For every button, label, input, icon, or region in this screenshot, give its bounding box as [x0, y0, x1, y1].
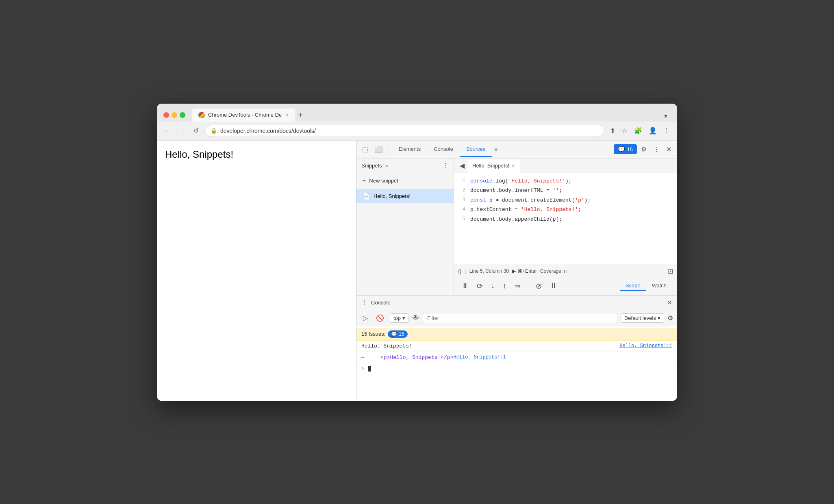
extensions-button[interactable]: 🧩	[632, 125, 645, 136]
editor-tab-title: Hello, Snippets!	[472, 163, 509, 169]
live-expressions-button[interactable]: 👁	[412, 314, 419, 322]
execute-script-button[interactable]: ▷	[361, 313, 370, 324]
issues-icon: 💬	[618, 146, 625, 152]
nav-actions: ⬆ ☆ 🧩 👤 ⋮	[608, 125, 672, 136]
console-title: Console	[371, 300, 391, 306]
tab-sources[interactable]: Sources	[460, 142, 492, 157]
tab-close-button[interactable]: ×	[285, 112, 288, 118]
lock-icon: 🔒	[211, 128, 217, 134]
editor-tab-close-button[interactable]: ×	[512, 163, 515, 169]
format-code-button[interactable]: {}	[458, 268, 462, 274]
console-filter-input[interactable]	[423, 313, 617, 323]
forward-button[interactable]: →	[176, 126, 188, 136]
tab-title: Chrome DevTools - Chrome De	[208, 112, 282, 118]
back-button[interactable]: ←	[162, 126, 173, 136]
menu-button[interactable]: ⋮	[661, 125, 672, 136]
watch-tab[interactable]: Watch	[646, 281, 672, 291]
page-heading: Hello, Snippets!	[165, 149, 233, 160]
pause-button[interactable]: ⏸	[459, 280, 471, 292]
tab-console[interactable]: Console	[427, 142, 460, 157]
reload-button[interactable]: ↺	[191, 125, 201, 136]
editor-tab[interactable]: Hello, Snippets! ×	[467, 159, 520, 173]
tab-dropdown-icon[interactable]: ▾	[661, 111, 671, 122]
new-tab-button[interactable]: +	[295, 109, 306, 122]
issues-bar: 15 Issues: 💬 15	[356, 328, 677, 341]
console-close-button[interactable]: ✕	[667, 299, 672, 306]
bookmark-button[interactable]: ☆	[619, 125, 630, 136]
issues-count-badge[interactable]: 💬 15	[388, 330, 407, 338]
console-header: ⋮ Console ✕	[356, 295, 677, 310]
console-body: 15 Issues: 💬 15 Hello, Snippets! Hello, …	[356, 326, 677, 401]
log-levels-button[interactable]: Default levels ▾	[621, 313, 664, 323]
scope-tab[interactable]: Scope	[620, 281, 646, 291]
context-arrow-icon: ▾	[402, 315, 405, 321]
debugger-toolbar: ⏸ ⟳ ↓ ↑ ⇒ ⊘ ⏸ Scope Watch	[454, 278, 677, 295]
close-window-button[interactable]	[163, 112, 169, 118]
console-prompt-line[interactable]: >	[356, 363, 677, 374]
status-dropdown-icon[interactable]: ⊡	[668, 267, 673, 275]
step-button[interactable]: ⇒	[512, 280, 523, 292]
prompt-arrow-icon: >	[361, 366, 365, 372]
cursor-location: Line 5, Column 30	[469, 268, 509, 274]
devtools-panel: ⬚ ⬜ Elements Console Sources » 💬 15 ⚙ ⋮ …	[356, 141, 677, 401]
editor-back-button[interactable]: ◀	[457, 160, 467, 171]
device-toolbar-button[interactable]: ⬜	[372, 143, 385, 156]
console-log-source-1[interactable]: Hello, Snippets!:1	[619, 343, 672, 349]
code-line-2: 2 document.body.innerHTML = '';	[454, 186, 677, 196]
address-bar[interactable]: 🔒 developer.chrome.com/docs/devtools/	[204, 125, 604, 137]
levels-arrow-icon: ▾	[658, 315, 660, 321]
console-expand-icon[interactable]: ←	[361, 354, 365, 361]
snippets-menu-icon[interactable]: ⋮	[442, 162, 449, 169]
snippets-header: Snippets » ⋮	[356, 159, 454, 173]
console-log-text-1: Hello, Snippets!	[361, 343, 619, 349]
code-line-5: 5 document.body.appendChild(p);	[454, 215, 677, 224]
editor-panel: ◀ Hello, Snippets! × 1 console.log('Hell…	[454, 159, 677, 295]
editor-tab-bar: ◀ Hello, Snippets! ×	[454, 159, 677, 173]
step-into-button[interactable]: ↓	[489, 280, 497, 292]
console-html-text: <p>Hello, Snippets!</p>	[368, 354, 454, 361]
console-settings-button[interactable]: ⚙	[667, 314, 673, 322]
snippet-name: Hello, Snippets!	[374, 193, 410, 199]
active-tab[interactable]: Chrome DevTools - Chrome De ×	[192, 109, 295, 122]
pause-on-exceptions-button[interactable]: ⏸	[547, 280, 560, 292]
chrome-favicon-icon	[198, 112, 205, 118]
editor-status-bar: {} | Line 5, Column 30 ▶ ⌘+Enter Coverag…	[454, 265, 677, 278]
debug-divider	[528, 282, 528, 290]
clear-console-button[interactable]: 🚫	[374, 313, 387, 324]
issues-badge-icon: 💬	[391, 331, 397, 337]
more-tabs-icon[interactable]: »	[492, 143, 500, 155]
levels-label: Default levels	[624, 315, 656, 321]
snippet-item[interactable]: 📄 Hello, Snippets!	[356, 189, 454, 203]
code-line-4: 4 p.textContent = 'Hello, Snippets!';	[454, 205, 677, 215]
close-devtools-button[interactable]: ✕	[664, 143, 674, 156]
prompt-cursor	[368, 366, 371, 371]
minimize-window-button[interactable]	[172, 112, 177, 118]
step-over-button[interactable]: ⟳	[474, 280, 485, 292]
maximize-window-button[interactable]	[180, 112, 185, 118]
code-editor[interactable]: 1 console.log('Hello, Snippets!'); 2 doc…	[454, 173, 677, 265]
code-line-1: 1 console.log('Hello, Snippets!');	[454, 176, 677, 186]
new-snippet-button[interactable]: + New snippet	[356, 173, 454, 189]
console-toolbar: ▷ 🚫 top ▾ 👁 Default levels ▾ ⚙	[356, 310, 677, 326]
deactivate-breakpoints-button[interactable]: ⊘	[533, 280, 544, 292]
more-options-button[interactable]: ⋮	[651, 143, 662, 156]
console-menu-button[interactable]: ⋮	[361, 299, 368, 306]
tabs-bar: Chrome DevTools - Chrome De × + ▾	[192, 109, 671, 122]
issues-badge[interactable]: 💬 15	[614, 144, 637, 154]
issues-badge-count: 15	[399, 331, 404, 337]
devtools-toolbar: ⬚ ⬜ Elements Console Sources » 💬 15 ⚙ ⋮ …	[356, 141, 677, 159]
run-snippet-button[interactable]: ▶ ⌘+Enter	[512, 268, 537, 274]
snippets-panel: Snippets » ⋮ + New snippet 📄 Hello, Snip…	[356, 159, 454, 295]
context-label: top	[393, 315, 401, 321]
share-button[interactable]: ⬆	[608, 125, 618, 136]
settings-button[interactable]: ⚙	[639, 143, 649, 156]
tab-elements[interactable]: Elements	[392, 142, 427, 157]
step-out-button[interactable]: ↑	[500, 280, 509, 292]
context-selector[interactable]: top ▾	[390, 313, 409, 323]
run-shortcut: ⌘+Enter	[517, 268, 537, 274]
snippets-title: Snippets	[361, 163, 382, 169]
profile-button[interactable]: 👤	[646, 125, 659, 136]
inspect-element-button[interactable]: ⬚	[360, 143, 371, 156]
snippets-more-icon[interactable]: »	[385, 163, 388, 169]
console-log-source-2[interactable]: Hello, Snippets!:1	[453, 354, 506, 360]
